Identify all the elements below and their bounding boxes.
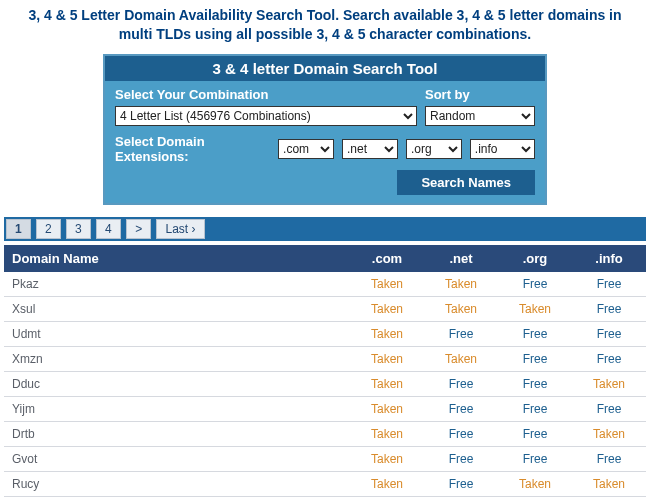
table-row: UdmtTakenFreeFreeFree bbox=[4, 321, 646, 346]
status-cell: Free bbox=[424, 421, 498, 446]
status-cell: Taken bbox=[424, 272, 498, 297]
status-cell: Free bbox=[424, 446, 498, 471]
search-tool-panel: 3 & 4 letter Domain Search Tool Select Y… bbox=[103, 54, 547, 205]
extensions-label: Select Domain Extensions: bbox=[115, 134, 270, 164]
status-cell: Free bbox=[424, 371, 498, 396]
domain-name-cell: Xmzn bbox=[4, 346, 350, 371]
status-cell: Free bbox=[424, 471, 498, 496]
table-row: XsulTakenTakenTakenFree bbox=[4, 296, 646, 321]
table-row: HycwTakenFreeFreeFree bbox=[4, 496, 646, 500]
status-cell: Free bbox=[424, 496, 498, 500]
status-cell: Free bbox=[572, 346, 646, 371]
sort-select[interactable]: Random bbox=[425, 106, 535, 126]
col-com: .com bbox=[350, 245, 424, 272]
status-cell: Free bbox=[572, 296, 646, 321]
search-tool-title: 3 & 4 letter Domain Search Tool bbox=[105, 56, 545, 81]
domain-name-cell: Hycw bbox=[4, 496, 350, 500]
status-cell: Free bbox=[424, 396, 498, 421]
status-cell: Taken bbox=[498, 471, 572, 496]
extension-select-2[interactable]: .net bbox=[342, 139, 398, 159]
status-cell: Free bbox=[498, 496, 572, 500]
status-cell: Free bbox=[498, 346, 572, 371]
table-row: YijmTakenFreeFreeFree bbox=[4, 396, 646, 421]
status-cell: Taken bbox=[350, 446, 424, 471]
sort-label: Sort by bbox=[425, 87, 535, 102]
page-3[interactable]: 3 bbox=[66, 219, 91, 239]
status-cell: Free bbox=[572, 272, 646, 297]
status-cell: Taken bbox=[424, 296, 498, 321]
domain-name-cell: Gvot bbox=[4, 446, 350, 471]
status-cell: Free bbox=[498, 396, 572, 421]
status-cell: Taken bbox=[350, 396, 424, 421]
domain-name-cell: Udmt bbox=[4, 321, 350, 346]
status-cell: Free bbox=[498, 421, 572, 446]
search-names-button[interactable]: Search Names bbox=[397, 170, 535, 195]
page-next[interactable]: > bbox=[126, 219, 151, 239]
extension-select-1[interactable]: .com bbox=[278, 139, 334, 159]
table-row: XmznTakenTakenFreeFree bbox=[4, 346, 646, 371]
status-cell: Taken bbox=[572, 371, 646, 396]
table-row: DducTakenFreeFreeTaken bbox=[4, 371, 646, 396]
page-last[interactable]: Last › bbox=[156, 219, 204, 239]
table-row: DrtbTakenFreeFreeTaken bbox=[4, 421, 646, 446]
status-cell: Taken bbox=[350, 471, 424, 496]
status-cell: Taken bbox=[572, 471, 646, 496]
combination-label: Select Your Combination bbox=[115, 87, 417, 102]
domain-name-cell: Yijm bbox=[4, 396, 350, 421]
status-cell: Free bbox=[572, 396, 646, 421]
page-2[interactable]: 2 bbox=[36, 219, 61, 239]
col-info: .info bbox=[572, 245, 646, 272]
status-cell: Free bbox=[572, 446, 646, 471]
status-cell: Taken bbox=[350, 346, 424, 371]
table-row: GvotTakenFreeFreeFree bbox=[4, 446, 646, 471]
col-org: .org bbox=[498, 245, 572, 272]
status-cell: Taken bbox=[498, 296, 572, 321]
col-net: .net bbox=[424, 245, 498, 272]
col-domain-name: Domain Name bbox=[4, 245, 350, 272]
status-cell: Taken bbox=[350, 296, 424, 321]
combination-select[interactable]: 4 Letter List (456976 Combinations) bbox=[115, 106, 417, 126]
status-cell: Taken bbox=[350, 496, 424, 500]
status-cell: Taken bbox=[424, 346, 498, 371]
status-cell: Free bbox=[572, 321, 646, 346]
status-cell: Taken bbox=[350, 371, 424, 396]
status-cell: Free bbox=[572, 496, 646, 500]
status-cell: Free bbox=[498, 321, 572, 346]
status-cell: Free bbox=[498, 446, 572, 471]
status-cell: Free bbox=[498, 371, 572, 396]
extension-select-4[interactable]: .info bbox=[470, 139, 535, 159]
page-heading: 3, 4 & 5 Letter Domain Availability Sear… bbox=[0, 0, 650, 54]
table-row: RucyTakenFreeTakenTaken bbox=[4, 471, 646, 496]
table-row: PkazTakenTakenFreeFree bbox=[4, 272, 646, 297]
status-cell: Taken bbox=[350, 321, 424, 346]
domain-name-cell: Pkaz bbox=[4, 272, 350, 297]
results-table: Domain Name .com .net .org .info PkazTak… bbox=[4, 245, 646, 500]
extension-select-3[interactable]: .org bbox=[406, 139, 462, 159]
status-cell: Taken bbox=[572, 421, 646, 446]
page-4[interactable]: 4 bbox=[96, 219, 121, 239]
status-cell: Taken bbox=[350, 421, 424, 446]
status-cell: Free bbox=[498, 272, 572, 297]
status-cell: Free bbox=[424, 321, 498, 346]
status-cell: Taken bbox=[350, 272, 424, 297]
pagination: 1 2 3 4 > Last › bbox=[4, 217, 646, 241]
domain-name-cell: Drtb bbox=[4, 421, 350, 446]
page-1[interactable]: 1 bbox=[6, 219, 31, 239]
domain-name-cell: Rucy bbox=[4, 471, 350, 496]
domain-name-cell: Xsul bbox=[4, 296, 350, 321]
domain-name-cell: Dduc bbox=[4, 371, 350, 396]
